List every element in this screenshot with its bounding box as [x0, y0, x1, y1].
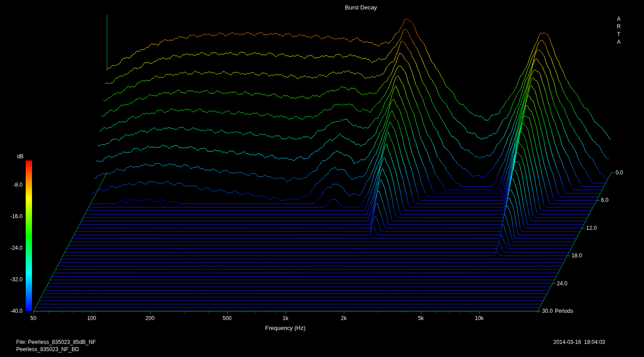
period-tick-label: 18.0 [571, 252, 582, 259]
x-tick-label: 50 [23, 315, 43, 321]
db-tick-label: -16.0 [2, 213, 23, 220]
app-badge-letter: R [615, 23, 623, 31]
color-scale-unit-label: dB [13, 153, 28, 160]
footer-file-line: File: Peerless_835023_85dB_NF [16, 339, 96, 345]
period-tick-value: 6.0 [601, 197, 608, 203]
period-tick-label: 12.0 [586, 225, 597, 231]
db-tick-label: -40.0 [2, 308, 23, 314]
x-tick-label: 10k [469, 315, 489, 321]
period-tick-value: 12.0 [586, 225, 597, 231]
footer-name-line: Peerless_835023_NF_BD [16, 346, 79, 352]
x-tick-label: 200 [140, 315, 160, 321]
app-badge-letter: T [615, 31, 623, 38]
period-axis-unit: Periods [555, 308, 573, 314]
app-badge: ARTA [615, 15, 623, 46]
app-badge-letter: A [615, 38, 623, 46]
x-tick-label: 100 [82, 315, 101, 321]
color-scale-bar [26, 160, 32, 311]
x-tick-label: 1k [275, 315, 295, 321]
footer-datetime: 2014-03-16 18:04:03 [553, 339, 605, 345]
x-tick-label: 5k [411, 315, 431, 321]
period-tick-label: 30.0Periods [542, 308, 573, 314]
period-tick-value: 30.0 [542, 308, 553, 314]
x-tick-label: 500 [217, 315, 237, 321]
app-badge-letter: A [615, 15, 623, 23]
period-tick-label: 24.0 [557, 280, 567, 287]
period-tick-label: 0.0 [616, 169, 623, 176]
x-axis-label: Frequency (Hz) [240, 325, 330, 331]
plot-title: Burst Decay [316, 5, 406, 11]
period-tick-value: 24.0 [557, 280, 567, 287]
period-tick-value: 18.0 [571, 252, 582, 259]
x-tick-label: 2k [334, 315, 354, 321]
db-tick-label: -8.0 [2, 182, 23, 188]
waterfall-canvas [0, 0, 644, 357]
burst-decay-window: Burst Decay ARTA dB -8.0-16.0-24.0-32.0-… [0, 0, 644, 357]
period-tick-label: 6.0 [601, 197, 608, 203]
period-tick-value: 0.0 [616, 169, 623, 176]
db-tick-label: -32.0 [2, 276, 23, 283]
db-tick-label: -24.0 [2, 245, 23, 251]
